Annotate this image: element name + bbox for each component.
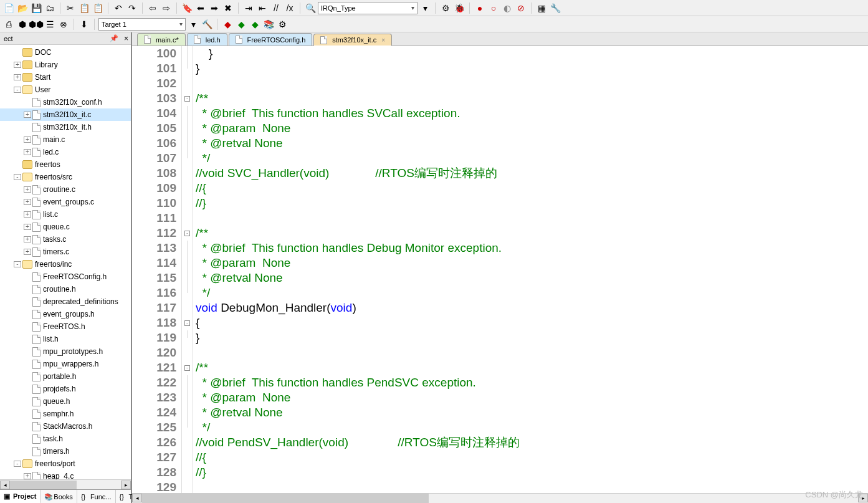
toolbox-icon[interactable]: 🔧 <box>549 2 561 14</box>
window-icon[interactable]: ▦ <box>535 2 548 14</box>
bookmark-prev-icon[interactable]: ⬅ <box>194 2 207 14</box>
tree-file[interactable]: deprecated_definitions <box>0 295 131 308</box>
tree-folder[interactable]: +Start <box>0 71 131 84</box>
editor-scroll-left-icon[interactable]: ◂ <box>132 494 142 502</box>
expander-icon[interactable]: - <box>14 174 21 180</box>
editor-tab[interactable]: stm32f10x_it.c× <box>313 34 392 46</box>
download-icon[interactable]: ⬇ <box>78 18 90 31</box>
code-line[interactable] <box>196 480 868 493</box>
editor-tab[interactable]: main.c* <box>137 33 186 46</box>
expander-icon[interactable]: + <box>24 211 31 218</box>
code-line[interactable]: /** <box>196 91 868 106</box>
sidebar-tab-project[interactable]: ▣Project <box>0 490 41 503</box>
tree-file[interactable]: semphr.h <box>0 408 131 420</box>
tree-folder[interactable]: -freertos/src <box>0 171 131 183</box>
sidebar-tab-func[interactable]: {}Func... <box>77 490 116 503</box>
fold-mark[interactable]: - <box>182 91 193 106</box>
tree-file[interactable]: StackMacros.h <box>0 420 131 433</box>
expander-icon[interactable]: - <box>14 87 21 93</box>
rebuild-icon[interactable]: ⬢⬢ <box>30 18 42 31</box>
tree-file[interactable]: +tasks.c <box>0 233 131 246</box>
build-icon[interactable]: ⬢ <box>16 18 29 31</box>
tree-file[interactable]: +timers.c <box>0 246 131 258</box>
redo-icon[interactable]: ↷ <box>126 2 138 14</box>
target-options-icon[interactable]: ▾ <box>187 18 199 31</box>
tree-file[interactable]: +croutine.c <box>0 183 131 196</box>
tree-file[interactable]: stm32f10x_conf.h <box>0 96 131 108</box>
editor-hscroll[interactable]: ◂ ▸ <box>132 493 868 503</box>
editor-tab[interactable]: led.h <box>187 33 227 46</box>
project-tree[interactable]: DOC+Library+Start-Userstm32f10x_conf.h+s… <box>0 45 131 479</box>
code-line[interactable]: * @retval None <box>196 136 868 151</box>
code-line[interactable]: */ <box>196 285 868 300</box>
sidebar-hscroll[interactable]: ◂ ▸ <box>0 479 131 489</box>
scroll-thumb[interactable] <box>10 481 77 489</box>
tab-close-icon[interactable]: × <box>381 37 385 44</box>
editor-tab[interactable]: FreeRTOSConfig.h <box>229 33 313 46</box>
expander-icon[interactable]: + <box>14 74 21 80</box>
debug-setup-icon[interactable]: ⚙ <box>439 2 452 14</box>
copy-icon[interactable]: 📋 <box>78 2 90 14</box>
tree-file[interactable]: projdefs.h <box>0 383 131 395</box>
paste-icon[interactable]: 📋 <box>92 2 104 14</box>
fold-mark[interactable]: - <box>182 360 193 375</box>
tree-file[interactable]: task.h <box>0 433 131 445</box>
tree-file[interactable]: mpu_prototypes.h <box>0 345 131 358</box>
config-wizard-icon[interactable]: ⚙ <box>276 18 289 31</box>
code-view[interactable]: 1001011021031041051061071081091101111121… <box>132 46 868 493</box>
fold-mark[interactable]: - <box>182 226 193 241</box>
find-next-icon[interactable]: ▾ <box>419 2 431 14</box>
breakpoint-enable-icon[interactable]: ○ <box>487 2 500 14</box>
scroll-left-icon[interactable]: ◂ <box>0 481 10 489</box>
tree-file[interactable]: event_groups.h <box>0 308 131 320</box>
code-line[interactable]: } <box>196 46 868 61</box>
expander-icon[interactable]: + <box>24 236 31 242</box>
back-icon[interactable]: ⇦ <box>146 2 159 14</box>
indent-icon[interactable]: ⇥ <box>242 2 255 14</box>
tree-file[interactable]: +stm32f10x_it.c <box>0 108 131 121</box>
tree-folder[interactable]: +Library <box>0 59 131 71</box>
select-packs-icon[interactable]: ◆ <box>235 18 247 31</box>
code-line[interactable]: * @param None <box>196 256 868 271</box>
tree-folder[interactable]: -freertos/inc <box>0 258 131 271</box>
tree-file[interactable]: +list.c <box>0 208 131 221</box>
code-line[interactable]: //{ <box>196 450 868 465</box>
breakpoint-kill-icon[interactable]: ⊘ <box>515 2 527 14</box>
expander-icon[interactable]: + <box>14 62 21 68</box>
fold-mark[interactable]: - <box>182 315 193 330</box>
code-line[interactable]: void DebugMon_Handler(void) <box>196 300 868 315</box>
code-line[interactable]: //void PendSV_Handler(void) //RTOS编写时注释掉… <box>196 435 868 450</box>
tree-file[interactable]: portable.h <box>0 370 131 383</box>
code-line[interactable]: * @brief This function handles SVCall ex… <box>196 106 868 121</box>
uncomment-icon[interactable]: /x <box>284 2 296 14</box>
tree-file[interactable]: mpu_wrappers.h <box>0 358 131 370</box>
breakpoint-disable-icon[interactable]: ◐ <box>501 2 513 14</box>
code-line[interactable] <box>196 76 868 91</box>
outdent-icon[interactable]: ⇤ <box>256 2 269 14</box>
pack-installer-icon[interactable]: ◆ <box>249 18 261 31</box>
translate-icon[interactable]: ⎙ <box>2 18 15 31</box>
find-combo[interactable]: IRQn_Type <box>318 2 417 14</box>
tree-folder[interactable]: freertos <box>0 158 131 171</box>
forward-icon[interactable]: ⇨ <box>160 2 173 14</box>
tree-file[interactable]: FreeRTOS.h <box>0 320 131 333</box>
open-file-icon[interactable]: 📂 <box>16 2 29 14</box>
cut-icon[interactable]: ✂ <box>64 2 77 14</box>
batch-build-icon[interactable]: ☰ <box>44 18 56 31</box>
expander-icon[interactable]: + <box>24 199 31 205</box>
debug-icon[interactable]: 🐞 <box>453 2 465 14</box>
expander-icon[interactable]: + <box>24 473 31 479</box>
bookmark-next-icon[interactable]: ➡ <box>208 2 221 14</box>
tree-file[interactable]: croutine.h <box>0 283 131 295</box>
tree-file[interactable]: stm32f10x_it.h <box>0 121 131 133</box>
expander-icon[interactable]: - <box>14 461 21 467</box>
code-line[interactable]: //} <box>196 465 868 480</box>
tree-folder[interactable]: DOC <box>0 46 131 59</box>
books-icon2[interactable]: 📚 <box>262 18 275 31</box>
tree-file[interactable]: +led.c <box>0 146 131 158</box>
new-file-icon[interactable]: 📄 <box>2 2 15 14</box>
code-line[interactable]: * @param None <box>196 121 868 136</box>
expander-icon[interactable]: + <box>24 137 31 143</box>
code-line[interactable]: } <box>196 61 868 76</box>
close-icon[interactable]: × <box>124 34 128 43</box>
